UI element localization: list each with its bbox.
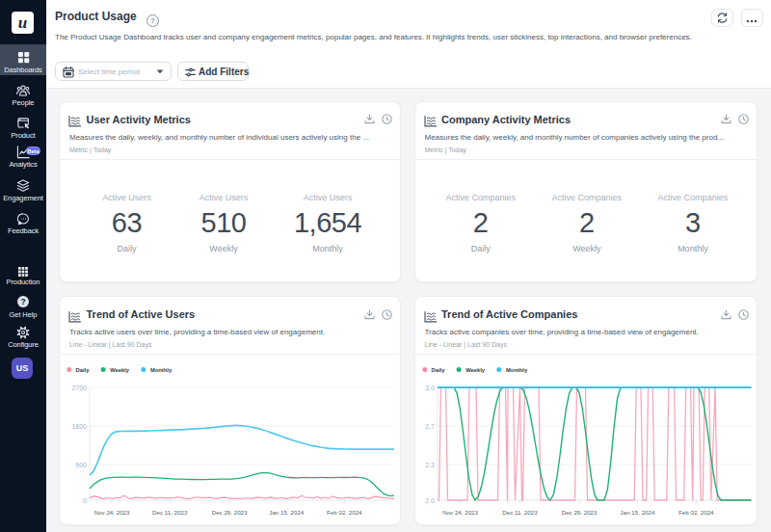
svg-text:Dec 11, 2023: Dec 11, 2023 [502,509,538,516]
svg-text:Daily: Daily [431,367,445,373]
svg-text:900: 900 [75,462,87,468]
svg-text:Monthly: Monthly [505,367,527,373]
svg-text:Feb 02, 2024: Feb 02, 2024 [678,509,714,516]
svg-text:0: 0 [83,497,87,504]
svg-text:Weekly: Weekly [110,367,130,373]
svg-text:Nov 24, 2023: Nov 24, 2023 [94,509,130,516]
svg-text:Daily: Daily [76,367,91,373]
svg-text:Dec 11, 2023: Dec 11, 2023 [152,509,188,516]
svg-text:Dec 29, 2023: Dec 29, 2023 [561,509,597,516]
svg-text:3.0: 3.0 [425,385,435,391]
svg-text:?: ? [20,297,25,306]
svg-text:2700: 2700 [71,385,87,391]
svg-text:Jan 15, 2024: Jan 15, 2024 [269,509,304,516]
svg-text:Jan 15, 2024: Jan 15, 2024 [620,509,654,516]
svg-text:Feb 02, 2024: Feb 02, 2024 [327,509,362,516]
svg-text:Weekly: Weekly [465,367,486,373]
svg-text:1800: 1800 [71,423,87,430]
svg-text:2.3: 2.3 [425,462,435,468]
svg-text:2.7: 2.7 [425,423,435,430]
svg-text:Dec 29, 2023: Dec 29, 2023 [212,509,248,516]
svg-text:2.0: 2.0 [425,497,435,504]
svg-text:Nov 24, 2023: Nov 24, 2023 [442,509,478,516]
svg-text:Monthly: Monthly [150,367,173,373]
